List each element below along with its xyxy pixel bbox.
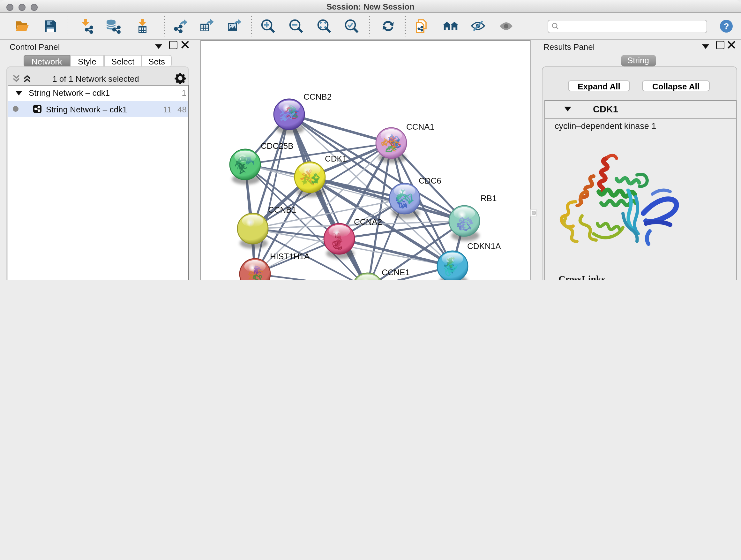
- svg-text:CCNA2: CCNA2: [354, 217, 382, 227]
- svg-text:CCNB1: CCNB1: [268, 205, 296, 214]
- svg-text:CCNA1: CCNA1: [406, 122, 434, 132]
- svg-text:RB1: RB1: [481, 193, 497, 203]
- svg-text:CDK1: CDK1: [325, 154, 347, 164]
- svg-text:CCNE1: CCNE1: [382, 267, 410, 277]
- svg-text:HIST1H1A: HIST1H1A: [270, 252, 310, 261]
- svg-text:CDKN1A: CDKN1A: [467, 241, 501, 251]
- svg-text:CDC6: CDC6: [419, 176, 441, 186]
- svg-text:CDC25B: CDC25B: [261, 141, 293, 151]
- svg-text:CCNB2: CCNB2: [304, 92, 332, 102]
